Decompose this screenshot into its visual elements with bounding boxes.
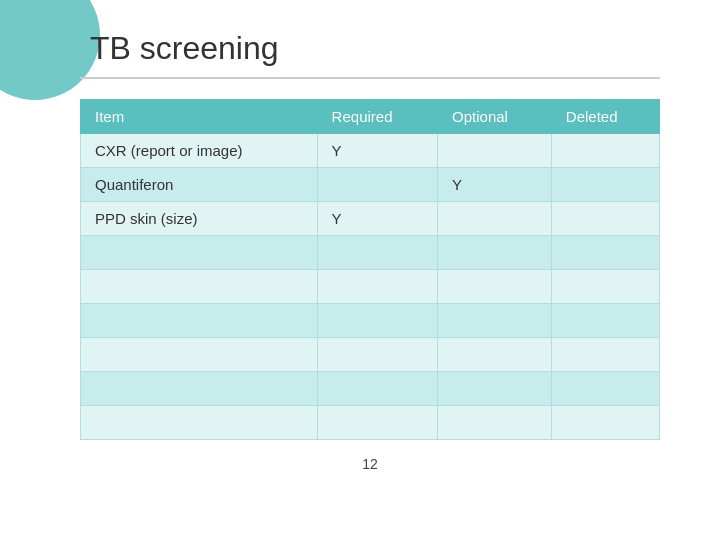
page: TB screening Item Required Optional Dele…	[0, 0, 720, 540]
cell-required	[317, 304, 437, 338]
cell-deleted	[551, 338, 659, 372]
cell-optional	[438, 134, 552, 168]
cell-required	[317, 168, 437, 202]
cell-optional	[438, 304, 552, 338]
cell-optional: Y	[438, 168, 552, 202]
table-row	[81, 372, 660, 406]
cell-deleted	[551, 270, 659, 304]
cell-optional	[438, 406, 552, 440]
table-row	[81, 236, 660, 270]
table-row	[81, 270, 660, 304]
title-divider	[80, 77, 660, 79]
cell-item: Quantiferon	[81, 168, 318, 202]
cell-deleted	[551, 202, 659, 236]
cell-deleted	[551, 406, 659, 440]
cell-optional	[438, 236, 552, 270]
col-header-deleted: Deleted	[551, 100, 659, 134]
cell-item	[81, 372, 318, 406]
cell-item	[81, 338, 318, 372]
cell-item	[81, 270, 318, 304]
cell-item: CXR (report or image)	[81, 134, 318, 168]
cell-required	[317, 270, 437, 304]
table-row	[81, 338, 660, 372]
cell-required: Y	[317, 134, 437, 168]
cell-item	[81, 236, 318, 270]
cell-item	[81, 304, 318, 338]
cell-required: Y	[317, 202, 437, 236]
cell-optional	[438, 202, 552, 236]
table-row: Quantiferon Y	[81, 168, 660, 202]
cell-deleted	[551, 134, 659, 168]
cell-required	[317, 338, 437, 372]
cell-optional	[438, 270, 552, 304]
table-row: CXR (report or image) Y	[81, 134, 660, 168]
cell-required	[317, 236, 437, 270]
main-content: TB screening Item Required Optional Dele…	[80, 30, 660, 472]
table-row: PPD skin (size) Y	[81, 202, 660, 236]
header-row: Item Required Optional Deleted	[81, 100, 660, 134]
col-header-optional: Optional	[438, 100, 552, 134]
table-row	[81, 304, 660, 338]
cell-deleted	[551, 168, 659, 202]
cell-required	[317, 372, 437, 406]
table-body: CXR (report or image) Y Quantiferon Y PP…	[81, 134, 660, 440]
screening-table: Item Required Optional Deleted CXR (repo…	[80, 99, 660, 440]
cell-deleted	[551, 304, 659, 338]
cell-item: PPD skin (size)	[81, 202, 318, 236]
page-number: 12	[80, 456, 660, 472]
cell-optional	[438, 338, 552, 372]
cell-deleted	[551, 372, 659, 406]
col-header-item: Item	[81, 100, 318, 134]
cell-optional	[438, 372, 552, 406]
table-row	[81, 406, 660, 440]
cell-required	[317, 406, 437, 440]
table-header: Item Required Optional Deleted	[81, 100, 660, 134]
col-header-required: Required	[317, 100, 437, 134]
table-wrapper: Item Required Optional Deleted CXR (repo…	[80, 99, 660, 440]
cell-item	[81, 406, 318, 440]
page-title: TB screening	[90, 30, 660, 67]
cell-deleted	[551, 236, 659, 270]
